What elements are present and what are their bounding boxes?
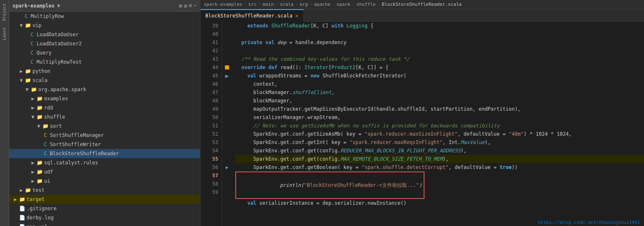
tab-close-icon[interactable]: × (295, 12, 299, 19)
tab-label: BlockStoreShuffleReader.scala (205, 13, 293, 19)
folder-icon-org: 📁 (30, 87, 37, 92)
code-line-53: SparkEnv.get.conf.getInt( key = "spark.r… (235, 138, 644, 147)
tree-item-sql-catalyst[interactable]: ▶ 📁 sql.catalyst.rules (9, 158, 200, 167)
url-text: https://blog.csdn.net/zhuxingshui1991 (538, 220, 640, 225)
breadcrumb-spark[interactable]: spark (337, 2, 350, 7)
learn-strip-label[interactable]: Learn (1, 24, 7, 43)
code-line-50: serializerManager.wrapStream, (235, 113, 644, 122)
tree-item-SortShuffleWriter[interactable]: C SortShuffleWriter (9, 140, 200, 149)
arrow-examples: ▶ (30, 96, 36, 102)
tree-item-target[interactable]: ▶ 📁 target (9, 195, 200, 204)
project-label: spark-examples (12, 3, 54, 9)
file-icon-derbylog: 📄 (18, 215, 26, 221)
breadcrumb-main[interactable]: main (263, 2, 274, 7)
arrow-ui: ▶ (30, 178, 36, 184)
arrow-test: ▶ (18, 187, 24, 193)
scala-icon-loaddataoa2: C (28, 41, 36, 47)
file-icon-pomxml: 📄 (18, 224, 26, 226)
tree-item-udf[interactable]: ▶ 📁 udf (9, 167, 200, 176)
code-line-46: context, (235, 80, 644, 88)
tree-item-python[interactable]: ▶ 📁 python (9, 67, 200, 76)
tree-item-gitignore[interactable]: ▶ 📄 .gitignore (9, 204, 200, 213)
folder-icon-rdd: 📁 (36, 105, 43, 111)
code-line-40 (235, 30, 644, 38)
tab-BlockStoreShuffleReader[interactable]: BlockStoreShuffleReader.scala × (200, 9, 304, 22)
tree-item-LoadDataOaUser2[interactable]: C LoadDataOaUser2 (9, 39, 200, 48)
folder-icon-test: 📁 (24, 187, 32, 193)
tree-item-MultiplyRowTest[interactable]: C MultiplyRowTest (9, 57, 200, 67)
folder-icon-sql: 📁 (36, 160, 43, 166)
breadcrumb-apache[interactable]: apache (314, 2, 331, 7)
breadcrumb-file[interactable]: BlockStoreShuffleReader.scala (382, 2, 461, 7)
code-line-47: blockManager.shuffleClient, (235, 88, 644, 97)
tree-item-org-apache-spark[interactable]: ▼ 📁 org.apache.spark (9, 85, 200, 94)
gear-icon[interactable]: ⚙ (189, 2, 192, 9)
scala-icon-multiplyrowtest: C (28, 59, 36, 65)
line-numbers: 39 40 41 42 43 44 45 46 47 48 49 50 51 5… (200, 22, 222, 226)
tree-item-sort[interactable]: ▼ 📁 sort (9, 122, 200, 131)
tree-item-derbylog[interactable]: ▶ 📄 derby.log (9, 213, 200, 222)
dropdown-icon[interactable]: ▼ (57, 3, 60, 9)
code-line-39: extends ShuffleReader[K, C] with Logging… (235, 22, 644, 30)
scala-icon-sortshuffle: C (42, 132, 49, 138)
breakpoint-44[interactable] (225, 65, 229, 70)
tree-item-BlockStoreShuffleReader[interactable]: C BlockStoreShuffleReader (9, 149, 200, 158)
tree-item-scala[interactable]: ▼ 📁 scala (9, 76, 200, 85)
tree-item-rdd[interactable]: ▶ 📁 rdd (9, 103, 200, 112)
arrow-scala: ▼ (18, 77, 24, 83)
breadcrumb-shuffle[interactable]: shuffle (356, 2, 375, 7)
arrow-sort: ▼ (36, 123, 42, 129)
bottom-url[interactable]: https://blog.csdn.net/zhuxingshui1991 (538, 220, 640, 225)
scala-icon-loaddataoa: C (28, 32, 36, 37)
folder-icon-shuffle: 📁 (36, 114, 43, 120)
code-line-55: SparkEnv.get.conf.get(config.MAX_REMOTE_… (235, 155, 644, 163)
tree-item-Query[interactable]: C Query (9, 48, 200, 57)
code-line-54: SparkEnv.get.conf.get(config.REDUCER_MAX… (235, 147, 644, 155)
arrow-rdd: ▶ (30, 105, 36, 111)
code-line-42 (235, 47, 644, 55)
project-strip-label[interactable]: Project (1, 0, 7, 24)
tree-item-vip[interactable]: ▼ 📁 vip (9, 21, 200, 30)
arrow-vip: ▼ (18, 22, 24, 28)
sidebar-header-left: spark-examples ▼ (12, 3, 60, 9)
code-editor-content[interactable]: extends ShuffleReader[K, C] with Logging… (232, 22, 644, 226)
code-line-43: /** Read the combined key-values for thi… (235, 55, 644, 63)
tree-item-ui[interactable]: ▶ 📁 ui (9, 176, 200, 186)
code-line-44: override def read(): Iterator[Product2[K… (235, 63, 644, 72)
folder-icon-examples: 📁 (36, 96, 43, 102)
sidebar-icons: ⊕ ≡ ⚙ − (179, 2, 197, 9)
breadcrumb-src[interactable]: src (248, 2, 257, 7)
file-icon-gitignore: 📄 (18, 206, 26, 211)
code-line-45: val wrappedStreams = new ShuffleBlockFet… (235, 72, 644, 80)
collapse-icon[interactable]: − (194, 2, 197, 9)
tree-item-LoadDataOaUser[interactable]: C LoadDataOaUser (9, 30, 200, 39)
folder-icon-vip: 📁 (24, 22, 32, 28)
breadcrumb-spark-examples[interactable]: spark-examples (204, 2, 242, 7)
breadcrumb: spark-examples › src › main › scala › or… (200, 0, 644, 9)
arrow-org: ▼ (24, 87, 30, 92)
fold-icon-56[interactable]: ▶ (225, 164, 228, 170)
arrow-udf: ▶ (30, 169, 36, 175)
tree-item-test[interactable]: ▶ 📁 test (9, 186, 200, 195)
breadcrumb-scala[interactable]: scala (280, 2, 294, 7)
code-line-52: SparkEnv.get.conf.getSizeAsMb( key = "sp… (235, 130, 644, 138)
editor-panel: spark-examples › src › main › scala › or… (200, 0, 644, 226)
code-line-41: private val dep = handle.dependency (235, 38, 644, 47)
gutter: ▶ ▶ (222, 22, 232, 226)
scala-icon-blockstore: C (42, 151, 49, 156)
editor-tabs: BlockStoreShuffleReader.scala × (200, 9, 644, 22)
tree-item-shuffle[interactable]: ▼ 📁 shuffle (9, 112, 200, 122)
tree-item-SortShuffleManager[interactable]: C SortShuffleManager (9, 131, 200, 140)
tree-item-pomxml[interactable]: ▶ 📄 pom.xml (9, 222, 200, 226)
tree-item-MultiplyRow[interactable]: C MultiplyRow (9, 12, 200, 21)
folder-icon-udf: 📁 (36, 169, 43, 175)
folder-icon-python: 📁 (24, 68, 32, 74)
breadcrumb-org[interactable]: org (300, 2, 308, 7)
folder-icon-scala: 📁 (24, 77, 32, 83)
tree-item-examples[interactable]: ▶ 📁 examples (9, 94, 200, 103)
add-icon[interactable]: ⊕ (179, 2, 182, 9)
arrow-target: ▶ (12, 196, 18, 202)
code-line-59 (235, 207, 644, 216)
options-icon[interactable]: ≡ (184, 2, 187, 9)
red-box-highlight: println("BlockStoreShuffleReader->文件块拉取.… (235, 171, 424, 199)
